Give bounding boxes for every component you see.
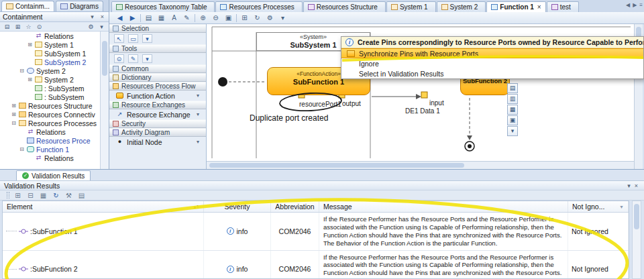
tree-item[interactable]: SubSystem 2	[0, 58, 109, 66]
item-caret-icon[interactable]: ▾	[197, 139, 199, 145]
tab-system-1[interactable]: System 1	[386, 1, 436, 12]
results-scrollbar-thumb[interactable]	[634, 204, 639, 229]
column-header-message[interactable]: Message	[319, 201, 568, 212]
toolbar-more-icon[interactable]: ▾	[278, 14, 288, 21]
palette-section-resources-process-flow[interactable]: Resources Process Flow	[109, 82, 206, 91]
tree-item[interactable]: : SubSystem	[0, 84, 109, 93]
palette-section-selection[interactable]: Selection	[109, 24, 206, 33]
item-caret-icon[interactable]: ▾	[197, 93, 199, 99]
tree-settings-caret-icon[interactable]: ▾	[98, 23, 105, 30]
overview-tool-icon[interactable]: ▤	[507, 83, 518, 93]
tab-validation-results[interactable]: ✓ Validation Results	[16, 170, 91, 180]
zoom-out-icon[interactable]: ⊖	[211, 14, 221, 21]
toolbar-icon[interactable]	[140, 14, 141, 22]
generate-report-icon[interactable]: ▤	[77, 192, 86, 199]
diagram-text-annotation[interactable]: Duplicate port created	[250, 113, 328, 123]
menu-item-ignore[interactable]: Ignore	[341, 58, 643, 68]
note-tool-icon[interactable]: ✎	[128, 54, 138, 63]
filter-icon[interactable]: ▼	[619, 205, 624, 209]
image-shape-icon[interactable]: ▦	[156, 14, 166, 21]
tab-resources-taxonomy-table[interactable]: Resources Taxonomy Table	[111, 1, 215, 12]
tree-item[interactable]: ⇄ Relations	[0, 154, 109, 162]
canvas-horizontal-scrollbar[interactable]	[207, 161, 634, 169]
palette-section-common[interactable]: Common	[109, 64, 206, 73]
tab-diagrams[interactable]: Diagrams	[56, 1, 103, 11]
collapse-all-icon[interactable]: ⊟	[3, 23, 11, 30]
tree-item[interactable]: ⇄ Relations	[0, 32, 109, 40]
tab-close-icon[interactable]: ×	[537, 3, 541, 11]
layers-tool-icon[interactable]: ▥	[507, 94, 518, 104]
menu-item-synchronize-pins[interactable]: Synchronize Pins with Resource Ports	[341, 48, 643, 58]
tree-expander-icon[interactable]: ⊞	[27, 42, 33, 48]
revalidate-icon[interactable]: ↻	[52, 192, 60, 199]
tree-expander-icon[interactable]: ⊞	[11, 103, 17, 109]
show-diagram-icon[interactable]: ▤	[144, 14, 154, 21]
toolbar-icon[interactable]	[195, 14, 195, 22]
tree-expander-icon[interactable]: ⊟	[19, 146, 25, 152]
results-panel-menu-icon[interactable]: ▾	[625, 182, 633, 189]
grid-tool-icon[interactable]: ▦	[507, 105, 518, 115]
tree-item[interactable]: ⊞ Resources Structure	[0, 101, 109, 110]
tree-expander-icon[interactable]: ⊞	[11, 111, 17, 117]
tree-settings-gear-icon[interactable]: ⚙	[87, 23, 95, 30]
initial-node[interactable]	[218, 77, 227, 87]
palette-section-resource-exchanges[interactable]: Resource Exchanges	[109, 101, 206, 109]
favorites-icon[interactable]: ☆	[25, 23, 32, 30]
search-icon[interactable]: ⊙	[36, 23, 43, 30]
side-more-icon[interactable]: ▾	[507, 126, 518, 136]
draw-tool-icon[interactable]: ✎	[182, 14, 192, 21]
results-panel-close-icon[interactable]: ×	[633, 182, 640, 189]
text-tool-icon[interactable]: A	[169, 14, 179, 21]
palette-section-security[interactable]: Security	[109, 119, 206, 128]
marquee-tool-icon[interactable]: ▭	[128, 34, 138, 43]
tab-resources-structure[interactable]: Resources Structure	[303, 1, 386, 12]
tab-system-2[interactable]: System 2	[437, 1, 486, 12]
toolbar-grip[interactable]	[7, 192, 9, 199]
pin-input[interactable]	[421, 92, 427, 98]
zoom-fit-icon[interactable]: ▣	[223, 14, 233, 21]
validation-row-subfunction-2[interactable]: :SubFunction 2 i info COM2046 If the Res…	[3, 251, 629, 279]
validation-row-subfunction-1[interactable]: :SubFunction 1 i info COM2046 If the Res…	[3, 213, 629, 251]
tree-expander-icon[interactable]: ⊟	[19, 68, 25, 74]
tree-item[interactable]: ⊟ System 2	[0, 66, 109, 75]
pin-label-resourceport1[interactable]: resourcePort1	[299, 101, 341, 108]
tree-item[interactable]: ⊟ Resources Processes	[0, 119, 109, 127]
palette-item-initial-node[interactable]: ● Initial Node ▾	[109, 137, 206, 147]
results-scrollbar[interactable]	[632, 201, 641, 279]
tree-item[interactable]: Resources Proce	[0, 136, 109, 145]
tree-item[interactable]: ⇄ Relations	[0, 127, 109, 136]
column-header-severity[interactable]: Severity	[204, 201, 271, 212]
column-header-abbreviation[interactable]: Abbreviation	[271, 201, 319, 212]
map-tool-icon[interactable]: ▣	[507, 115, 518, 125]
not-ignored-value[interactable]: Not Ignored	[572, 227, 608, 235]
column-header-not-ignored[interactable]: Not Igno... ▼	[568, 201, 629, 212]
collapse-rows-icon[interactable]: ⊟	[26, 192, 35, 199]
tree-item[interactable]: ⊞ System 2	[0, 75, 109, 84]
tree-scrollbar[interactable]	[100, 32, 109, 169]
item-caret-icon[interactable]: ▾	[197, 111, 199, 117]
grid-icon[interactable]: ⊞	[239, 14, 250, 21]
scroll-tabs-left-icon[interactable]: ◀	[626, 2, 630, 8]
column-header-element[interactable]: Element ▴1	[3, 201, 204, 212]
not-ignored-value[interactable]: Not Ignored	[572, 265, 608, 273]
tab-list-icon[interactable]: ≡	[639, 2, 643, 8]
pin-label-input[interactable]: input	[429, 99, 444, 107]
tree-item[interactable]: ⊞ Resources Connectiv	[0, 110, 109, 119]
tree-item[interactable]: ⊟ Function 1	[0, 145, 109, 154]
tab-containment-tree[interactable]: Containm...	[1, 1, 54, 11]
tree-item[interactable]: : SubSystem	[0, 93, 109, 101]
back-icon[interactable]: ◀	[115, 14, 125, 21]
palette-item-function-action[interactable]: Function Action ▾	[109, 91, 206, 101]
expand-all-icon[interactable]: ⊞	[14, 23, 21, 30]
exchange-edge-label[interactable]: DE1 Data 1	[405, 107, 440, 115]
toolbar-icon[interactable]	[236, 14, 237, 22]
tree-scrollbar-thumb[interactable]	[102, 41, 107, 76]
tree-expander-icon[interactable]: ⊟	[11, 120, 17, 126]
tools-more-icon[interactable]: ▾	[142, 54, 152, 63]
tab-function-1[interactable]: Function 1 ×	[486, 1, 545, 12]
scroll-tabs-right-icon[interactable]: ▶	[633, 2, 637, 8]
containment-menu-icon[interactable]: ▾	[89, 13, 96, 20]
menu-item-select-in-validation-results[interactable]: Select in Validation Results	[341, 68, 643, 78]
refresh-icon[interactable]: ↻	[252, 14, 262, 21]
select-in-tree-icon[interactable]: ▦	[39, 192, 48, 199]
